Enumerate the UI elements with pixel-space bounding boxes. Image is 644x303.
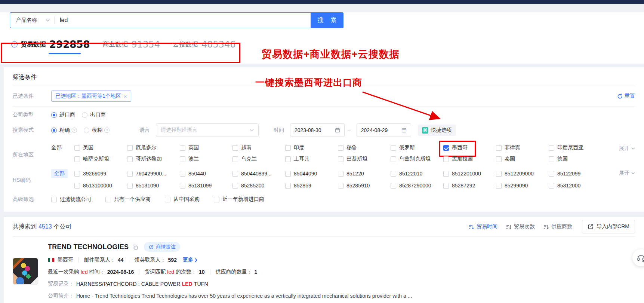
advanced-filter-checkbox[interactable]: 过滤物流公司: [51, 196, 91, 203]
checkbox-label: 巴基斯坦: [346, 156, 367, 162]
more-link[interactable]: 更多: [183, 257, 197, 263]
hs-code-checkbox[interactable]: 85131090: [127, 183, 180, 189]
company-name[interactable]: TREND TECHNOLOGIES: [48, 243, 129, 251]
reset-button[interactable]: 重置: [617, 93, 635, 100]
region-checkbox[interactable]: 厄瓜多尔: [127, 144, 180, 151]
checkbox-icon: [391, 171, 396, 177]
checkbox-label: 从中国采购: [173, 196, 200, 203]
import-crm-button[interactable]: 导入内部CRM: [582, 220, 635, 233]
advanced-filter-checkbox[interactable]: 从中国采购: [165, 196, 200, 203]
advanced-filter-label: 高级筛选: [13, 196, 51, 203]
checkbox-icon: [443, 171, 449, 177]
sort-icon: [506, 224, 512, 229]
checkbox-label: 秘鲁: [346, 144, 357, 151]
search-button[interactable]: 搜 索: [311, 12, 343, 28]
radar-icon: [149, 245, 154, 250]
radio-icon: [51, 112, 57, 118]
region-checkbox[interactable]: 印度: [285, 144, 338, 151]
date-start-input[interactable]: 2023-08-30: [290, 123, 345, 137]
selected-region-tag[interactable]: 已选地区：墨西哥等1个地区 ×: [51, 91, 131, 102]
hs-all-option[interactable]: 全部: [51, 169, 68, 178]
region-checkbox[interactable]: 秘鲁: [338, 144, 391, 151]
region-checkbox[interactable]: 巴基斯坦: [338, 156, 391, 162]
company-card[interactable]: TREND TECHNOLOGIES 商情雷达 墨西哥 邮件联系人： 44 领英…: [13, 237, 635, 303]
hs-code-checkbox[interactable]: 85044090: [285, 171, 338, 177]
company-type-radio[interactable]: 进口商: [51, 111, 75, 118]
sort-option[interactable]: 贸易时间: [469, 223, 497, 230]
region-checkbox[interactable]: 印度尼西亚: [549, 144, 601, 151]
region-checkbox[interactable]: 越南: [232, 144, 285, 151]
hs-code-checkbox[interactable]: 85285910: [338, 183, 391, 189]
purchase-time-label: 时间：: [89, 269, 105, 275]
info-circle-icon[interactable]: ?: [72, 128, 77, 133]
info-circle-icon[interactable]: ?: [104, 128, 110, 133]
hs-code-checkbox[interactable]: 85285200: [232, 183, 285, 189]
region-checkbox[interactable]: 英国: [180, 144, 232, 151]
divider: [129, 257, 129, 263]
region-checkbox[interactable]: 俄罗斯: [391, 144, 443, 151]
region-checkbox[interactable]: 哈萨克斯坦: [74, 156, 127, 162]
hs-code-checkbox[interactable]: 852859: [285, 183, 338, 189]
email-contacts-label: 邮件联系人：: [84, 257, 115, 263]
tag-close-icon[interactable]: ×: [124, 93, 127, 100]
sort-option[interactable]: 供应商数: [543, 223, 572, 230]
quick-options-button[interactable]: ⌘ 快捷选项: [418, 125, 456, 136]
reset-label: 重置: [625, 93, 635, 100]
region-checkbox[interactable]: 哥斯达黎加: [127, 156, 180, 162]
hs-code-checkbox[interactable]: 85122010: [391, 171, 443, 177]
region-expand-link[interactable]: 展开: [619, 145, 635, 152]
search-input[interactable]: [55, 17, 311, 24]
advanced-filter-checkbox[interactable]: 近一年新增进口商: [214, 196, 264, 203]
company-type-radio[interactable]: 出口商: [82, 111, 106, 118]
region-checkbox[interactable]: 泰国: [496, 156, 549, 162]
business-radar-badge[interactable]: 商情雷达: [144, 242, 180, 252]
hs-code-checkbox[interactable]: 850440839...: [232, 171, 285, 177]
search-category-select[interactable]: 产品名称: [10, 17, 54, 24]
hs-code-checkbox[interactable]: 8513100000: [74, 183, 127, 189]
language-select[interactable]: 请选择翻译语言: [156, 123, 259, 137]
hs-code-checkbox[interactable]: 85312000: [549, 183, 601, 189]
hs-code-checkbox[interactable]: 8512209000: [496, 171, 549, 177]
search-mode-radio[interactable]: 精确 ?: [51, 127, 77, 134]
region-checkbox[interactable]: 土耳其: [285, 156, 338, 162]
checkbox-label: 哥斯达黎加: [136, 156, 162, 162]
checkbox-label: 8512209000: [505, 171, 534, 177]
checkbox-label: 墨西哥: [452, 144, 468, 151]
radio-label: 精确: [59, 127, 70, 134]
company-type-label: 公司类型: [13, 111, 51, 118]
region-checkbox[interactable]: 波兰: [180, 156, 232, 162]
region-checkbox[interactable]: 乌克兰: [232, 156, 285, 162]
search-mode-radio[interactable]: 模糊 ?: [84, 127, 110, 134]
region-checkbox[interactable]: 菲律宾: [496, 144, 549, 151]
hs-code-checkbox[interactable]: 85131099: [180, 183, 232, 189]
region-checkbox[interactable]: 美国: [74, 144, 127, 151]
sort-icon: [469, 224, 474, 229]
hs-code-checkbox[interactable]: 85299090: [496, 183, 549, 189]
hs-code-checkbox[interactable]: 39269099: [74, 171, 127, 177]
hs-code-checkbox[interactable]: 85287292: [443, 183, 496, 189]
divider: [139, 269, 139, 275]
data-source-tab[interactable]: 商业数据 91354: [103, 34, 160, 55]
hs-code-checkbox[interactable]: 85287290000: [391, 183, 443, 189]
company-thumbnail[interactable]: [13, 258, 38, 285]
sort-option[interactable]: 贸易次数: [506, 223, 535, 230]
copy-icon[interactable]: [132, 244, 138, 250]
hs-code-checkbox[interactable]: 851220: [338, 171, 391, 177]
date-end-input[interactable]: 2024-08-29: [357, 123, 411, 137]
checkbox-label: 近一年新增进口商: [222, 196, 264, 203]
region-checkbox[interactable]: 乌兹别克斯坦: [391, 156, 443, 162]
region-all-option[interactable]: 全部: [51, 144, 74, 151]
question-circle-icon[interactable]: ?: [11, 41, 18, 48]
advanced-filter-checkbox[interactable]: 只有一个供应商: [105, 196, 151, 203]
region-checkbox[interactable]: 孟加拉国: [443, 156, 496, 162]
hs-expand-link[interactable]: 展开: [619, 170, 635, 177]
data-source-tab[interactable]: ? 贸易数据 292858: [11, 34, 90, 55]
region-options: 全部 展开 美国 厄瓜多尔 英国: [51, 141, 635, 165]
region-checkbox[interactable]: 德国: [549, 156, 601, 162]
hs-code-checkbox[interactable]: 850440: [180, 171, 232, 177]
hs-code-checkbox[interactable]: 8512201000: [443, 171, 496, 177]
data-source-tab[interactable]: 云搜数据 405346: [173, 34, 236, 55]
hs-code-checkbox[interactable]: 760429900...: [127, 171, 180, 177]
hs-code-checkbox[interactable]: 85122099: [549, 171, 601, 177]
region-checkbox[interactable]: 墨西哥: [443, 144, 496, 151]
